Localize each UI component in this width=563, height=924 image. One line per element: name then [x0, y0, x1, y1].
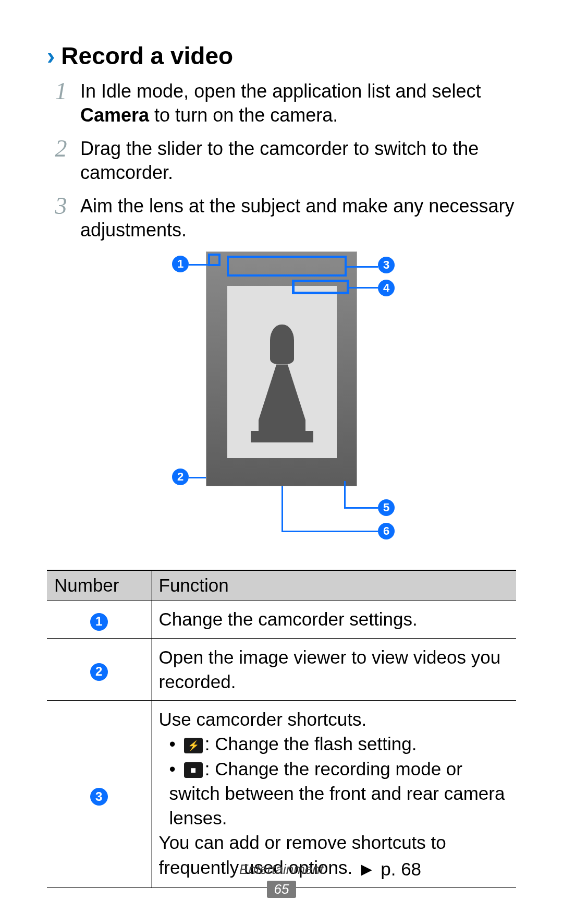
callout-badge-5: 5 — [378, 499, 395, 516]
callout-badge-6: 6 — [378, 523, 395, 539]
callout-badge-2: 2 — [172, 469, 189, 485]
callout-box-3 — [227, 256, 347, 277]
chevron-right-icon: › — [47, 44, 55, 68]
phone-screen — [227, 286, 337, 458]
callout-box-1 — [208, 254, 221, 266]
footer-page-number: 65 — [267, 881, 297, 898]
callout-badge-4: 4 — [378, 280, 395, 296]
heading-title: Record a video — [61, 42, 233, 70]
footer-category: Entertainment — [0, 861, 563, 878]
camcorder-mode-icon: ■ — [184, 762, 203, 778]
function-table: Number Function 1 Change the camcorder s… — [47, 570, 516, 888]
page-footer: Entertainment 65 — [0, 861, 563, 898]
row-badge: 1 — [90, 613, 108, 631]
header-function: Function — [151, 570, 516, 601]
flash-off-icon: ⚡ — [184, 738, 203, 753]
steps-list: 1 In Idle mode, open the application lis… — [47, 79, 516, 242]
table-row: 2 Open the image viewer to view videos y… — [47, 638, 516, 701]
step-number: 1 — [51, 79, 71, 127]
row-function: Open the image viewer to view videos you… — [151, 638, 516, 701]
section-heading: › Record a video — [47, 42, 516, 70]
step-text: Drag the slider to the camcorder to swit… — [80, 137, 516, 185]
table-row: 3 Use camcorder shortcuts. ⚡: Change the… — [47, 701, 516, 888]
callout-box-4 — [292, 280, 349, 294]
header-number: Number — [47, 570, 151, 601]
step-3: 3 Aim the lens at the subject and make a… — [51, 194, 516, 242]
row-badge: 3 — [90, 788, 108, 806]
row-function: Use camcorder shortcuts. ⚡: Change the f… — [151, 701, 516, 888]
step-2: 2 Drag the slider to the camcorder to sw… — [51, 137, 516, 185]
callout-badge-1: 1 — [172, 256, 189, 272]
step-text: In Idle mode, open the application list … — [80, 79, 516, 127]
callout-badge-3: 3 — [378, 257, 395, 273]
step-text: Aim the lens at the subject and make any… — [80, 194, 516, 242]
row-badge: 2 — [90, 663, 108, 681]
camcorder-diagram: 1 2 3 4 5 6 — [120, 251, 443, 554]
row-function: Change the camcorder settings. — [151, 601, 516, 638]
step-number: 2 — [51, 137, 71, 185]
step-1: 1 In Idle mode, open the application lis… — [51, 79, 516, 127]
silhouette-icon — [253, 302, 311, 442]
table-row: 1 Change the camcorder settings. — [47, 601, 516, 638]
step-number: 3 — [51, 194, 71, 242]
